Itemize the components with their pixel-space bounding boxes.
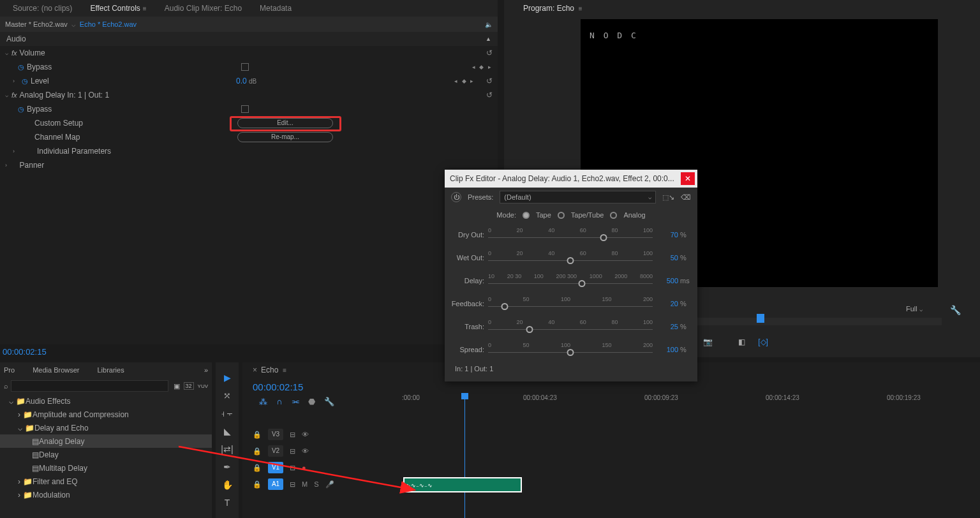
- reset-icon[interactable]: ↺: [486, 91, 493, 100]
- slider-track[interactable]: 020406080100: [488, 227, 653, 242]
- keyframe-nav[interactable]: ◂ ◆ ▸: [454, 78, 475, 84]
- track-a1[interactable]: 🔒A1⊟MS🎤: [253, 476, 980, 492]
- effect-delay[interactable]: ▤ Delay: [0, 448, 212, 461]
- time-ruler[interactable]: :00:00 00:00:04:23 00:00:09:23 00:00:14:…: [402, 394, 980, 404]
- sync-lock-icon[interactable]: ⊟: [290, 431, 295, 439]
- tab-audio-mixer[interactable]: Audio Clip Mixer: Echo: [156, 0, 251, 17]
- solo-button[interactable]: S: [314, 480, 318, 488]
- selection-tool-icon[interactable]: ▶: [224, 373, 231, 383]
- type-tool-icon[interactable]: T: [225, 498, 230, 508]
- slider-track[interactable]: 050100150200: [488, 296, 653, 311]
- more-tabs-icon[interactable]: »: [204, 366, 208, 374]
- slip-tool-icon[interactable]: |⇄|: [221, 444, 233, 454]
- track-select-icon[interactable]: ⤱: [223, 390, 231, 401]
- slider-knob[interactable]: [579, 280, 586, 287]
- panner-row[interactable]: › fx Panner: [0, 158, 498, 172]
- timeline-timecode[interactable]: 00:00:02:15: [253, 381, 303, 392]
- folder-filter-eq[interactable]: ›📁 Filter and EQ: [0, 475, 212, 488]
- panel-menu-icon[interactable]: ≡: [281, 367, 286, 374]
- active-clip-label[interactable]: Echo * Echo2.wav: [80, 20, 137, 28]
- folder-modulation[interactable]: ›📁 Modulation: [0, 488, 212, 501]
- track-tag[interactable]: A1: [268, 478, 283, 490]
- volume-bypass-row[interactable]: ◷ Bypass ◂ ◆ ▸: [0, 60, 498, 74]
- track-v3[interactable]: 🔒V3⊟👁: [253, 426, 980, 443]
- source-timecode[interactable]: 00:00:02:15: [3, 347, 47, 357]
- sync-lock-icon[interactable]: ⊟: [290, 464, 295, 472]
- tab-libraries[interactable]: Libraries: [97, 366, 124, 374]
- tab-source[interactable]: Source: (no clips): [4, 0, 81, 17]
- twirl-icon[interactable]: ›: [5, 162, 11, 168]
- panel-menu-icon[interactable]: ≡: [577, 5, 583, 12]
- yuv-icon[interactable]: YUV: [198, 383, 208, 389]
- twirl-icon[interactable]: ›: [13, 148, 19, 154]
- eye-icon[interactable]: 👁: [302, 431, 309, 438]
- preset-dropdown[interactable]: (Default)⌵: [500, 191, 656, 204]
- settings-icon[interactable]: 🔧: [324, 397, 334, 406]
- level-value[interactable]: 0.0: [236, 77, 247, 85]
- ripple-tool-icon[interactable]: ⫞⫟: [221, 408, 234, 418]
- lock-icon[interactable]: 🔒: [253, 431, 262, 439]
- sync-lock-icon[interactable]: ⊟: [290, 447, 295, 455]
- analog-bypass-row[interactable]: ◷ Bypass: [0, 102, 498, 116]
- audio-clip[interactable]: ∿∿₋∿₋∿: [403, 477, 522, 492]
- fx-badge[interactable]: fx: [11, 91, 17, 99]
- close-button[interactable]: ✕: [681, 172, 695, 185]
- preset-save-icon[interactable]: ⬚↘: [662, 193, 674, 202]
- hand-tool-icon[interactable]: ✋: [222, 480, 233, 490]
- stopwatch-icon[interactable]: ◷: [18, 63, 24, 71]
- individual-params-row[interactable]: › Individual Parameters: [0, 144, 498, 158]
- slider-value[interactable]: 100: [653, 346, 678, 353]
- resolution-dropdown[interactable]: Full ⌵: [906, 305, 944, 313]
- radio-tapetube[interactable]: [558, 212, 565, 219]
- slider-knob[interactable]: [526, 326, 533, 333]
- slider-track[interactable]: 1020 30100200 300100020008000: [488, 273, 653, 288]
- effect-analog-delay[interactable]: ▤ Analog Delay: [0, 434, 212, 448]
- razor-tool-icon[interactable]: ◣: [224, 426, 231, 436]
- collapse-icon[interactable]: ▲: [486, 36, 491, 42]
- playhead-marker[interactable]: [757, 314, 764, 323]
- track-tag[interactable]: V1: [268, 462, 283, 473]
- slider-value[interactable]: 25: [653, 323, 678, 330]
- panel-menu-icon[interactable]: ≡: [143, 5, 147, 12]
- lock-icon[interactable]: 🔒: [253, 464, 262, 472]
- settings-icon[interactable]: 🔧: [950, 305, 961, 315]
- slider-value[interactable]: 500: [653, 277, 678, 285]
- slider-value[interactable]: 20: [653, 300, 678, 307]
- marker-icon[interactable]: ⬣: [308, 397, 315, 406]
- tab-effect-controls[interactable]: Effect Controls≡: [81, 0, 155, 17]
- slider-track[interactable]: 050100150200: [488, 342, 653, 357]
- edit-button[interactable]: Edit...: [237, 118, 333, 128]
- stopwatch-icon[interactable]: ◷: [18, 105, 24, 114]
- export-frame-icon[interactable]: 📷: [703, 337, 713, 346]
- pen-tool-icon[interactable]: ✒: [223, 462, 231, 472]
- preset-delete-icon[interactable]: ⌫: [681, 193, 691, 202]
- program-tab[interactable]: Program: Echo ≡: [504, 0, 980, 17]
- mic-icon[interactable]: 🎤: [325, 480, 334, 489]
- sync-lock-icon[interactable]: ⊟: [290, 480, 295, 489]
- analog-delay-row[interactable]: ⌵ fx Analog Delay In: 1 | Out: 1 ↺: [0, 88, 498, 102]
- close-icon[interactable]: ×: [253, 366, 257, 374]
- search-input[interactable]: [11, 380, 168, 392]
- volume-level-row[interactable]: › ◷ Level 0.0 dB ◂ ◆ ▸ ↺: [0, 74, 498, 88]
- slider-track[interactable]: 020406080100: [488, 319, 653, 334]
- folder-delay-echo[interactable]: ⌵📁 Delay and Echo: [0, 421, 212, 434]
- slider-knob[interactable]: [567, 257, 574, 264]
- stopwatch-icon[interactable]: ◷: [22, 77, 28, 85]
- power-icon[interactable]: ⏻: [451, 192, 461, 202]
- window-titlebar[interactable]: Clip Fx Editor - Analog Delay: Audio 1, …: [445, 170, 697, 188]
- lock-icon[interactable]: 🔒: [253, 447, 262, 455]
- lock-icon[interactable]: 🔒: [253, 480, 262, 489]
- fx-badge-icon[interactable]: ▣: [174, 382, 180, 390]
- reset-icon[interactable]: ↺: [486, 48, 493, 57]
- reset-icon[interactable]: ↺: [486, 77, 493, 85]
- master-clip-label[interactable]: Master * Echo2.wav: [5, 20, 68, 28]
- twirl-icon[interactable]: ⌵: [5, 92, 11, 98]
- fx-badge[interactable]: fx: [11, 49, 17, 57]
- tab-metadata[interactable]: Metadata: [251, 0, 301, 17]
- remap-button[interactable]: Re-map...: [237, 132, 333, 142]
- slider-value[interactable]: 70: [653, 231, 678, 239]
- track-v1[interactable]: 🔒V1⊟●: [253, 459, 980, 476]
- twirl-icon[interactable]: ›: [13, 78, 19, 84]
- effect-multitap[interactable]: ▤ Multitap Delay: [0, 461, 212, 475]
- slider-knob[interactable]: [567, 349, 574, 356]
